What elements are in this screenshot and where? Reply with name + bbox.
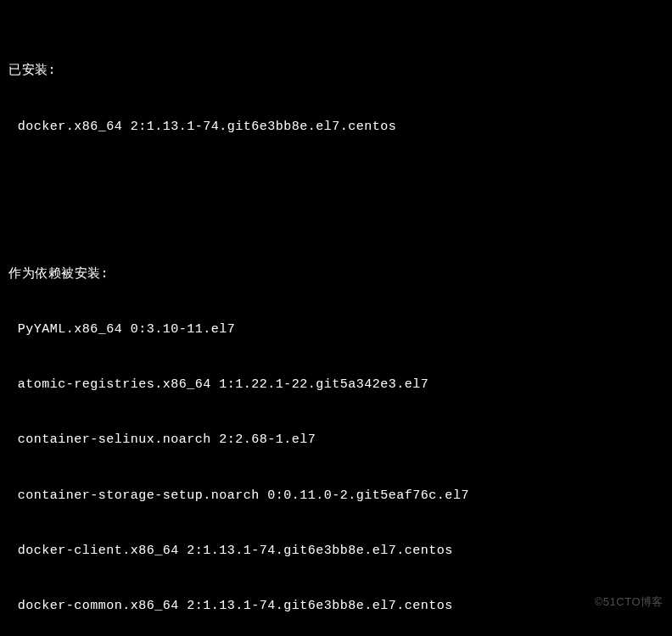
package-line: docker.x86_64 2:1.13.1-74.git6e3bb8e.el7… <box>8 118 664 137</box>
package-line: PyYAML.x86_64 0:3.10-11.el7 <box>8 321 664 339</box>
package-line: container-storage-setup.noarch 0:0.11.0-… <box>8 487 664 505</box>
terminal-output[interactable]: 已安装: docker.x86_64 2:1.13.1-74.git6e3bb8… <box>8 7 664 636</box>
section-header-deps-installed: 作为依赖被安装: <box>8 265 664 284</box>
package-line: docker-client.x86_64 2:1.13.1-74.git6e3b… <box>8 542 664 561</box>
blank-line <box>8 192 664 210</box>
watermark: ©51CTO博客 <box>595 594 664 611</box>
package-line: container-selinux.noarch 2:2.68-1.el7 <box>8 431 664 449</box>
package-line: atomic-registries.x86_64 1:1.22.1-22.git… <box>8 376 664 394</box>
package-line: docker-common.x86_64 2:1.13.1-74.git6e3b… <box>8 597 664 616</box>
section-header-installed: 已安装: <box>8 62 664 81</box>
